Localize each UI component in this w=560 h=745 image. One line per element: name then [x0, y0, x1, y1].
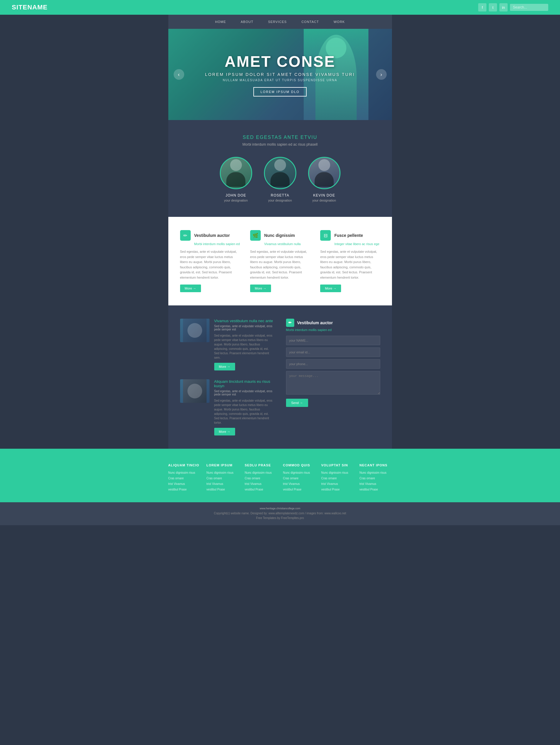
footer-col-5-link-2[interactable]: Cras ornare — [321, 477, 354, 480]
footer-col-3-link-4[interactable]: vestibul Prase — [245, 488, 277, 491]
footer-col-6-link-1[interactable]: Nunc dignissim risus — [360, 471, 392, 474]
contact-name-input[interactable] — [286, 336, 380, 345]
service-3-header: ⊟ Fusce pellente — [320, 230, 380, 241]
team-member-3-role: your designation — [312, 199, 336, 202]
avatar-kevin-doe — [308, 157, 340, 189]
contact-send-button[interactable]: Send → — [286, 399, 308, 407]
footer-col-5-link-1[interactable]: Nunc dignissim risus — [321, 471, 354, 474]
footer-col-1-link-3[interactable]: trist Vivamus — [168, 482, 201, 485]
footer-col-5-link-3[interactable]: trist Vivamus — [321, 482, 354, 485]
blog-post-2: Aliquam tincidunt mauris eu risus kuoyn … — [180, 379, 274, 435]
footer-col-2-link-2[interactable]: Cras ornare — [207, 477, 239, 480]
blog-post-1-content: Vivamus vestibulum nulla nec ante Sed eg… — [214, 319, 274, 370]
contact-email-input[interactable] — [286, 348, 380, 357]
service-2-header: 🌿 Nunc dignissim — [250, 230, 310, 241]
footer-links-section: ALIQUAM TINCIO Nunc dignissim risus Cras… — [0, 449, 560, 502]
footer-template-credit: Free Templates by FreeTempltes.pro — [12, 516, 548, 520]
nav-about[interactable]: ABOUT — [241, 20, 253, 24]
service-item-2: 🌿 Nunc dignissim Vivamus vestibulum null… — [250, 230, 310, 292]
team-member-2-role: your designation — [268, 199, 292, 202]
contact-tagline: Morbi interdum mollis sapien ed — [286, 328, 380, 332]
team-section: SED EGESTAS ANTE ETVIU Morbi interdum mo… — [168, 120, 392, 217]
service-3-more-button[interactable]: More → — [320, 285, 341, 292]
hero-subtitle: LOREM IPSUM DOLOR SIT AMET CONSE VIVAMUS… — [205, 72, 355, 77]
service-2-title: Nunc dignissim — [264, 233, 295, 238]
footer-col-4: COMMOD QUIS Nunc dignissim risus Cras or… — [283, 463, 315, 493]
footer-col-1-link-1[interactable]: Nunc dignissim risus — [168, 471, 201, 474]
footer-col-4-link-1[interactable]: Nunc dignissim risus — [283, 471, 315, 474]
hero-next-btn[interactable]: › — [376, 69, 387, 80]
service-2-more-button[interactable]: More → — [250, 285, 271, 292]
blog-post-1: Vivamus vestibulum nulla nec ante Sed eg… — [180, 319, 274, 370]
team-member-2: ROSETTA your designation — [264, 157, 296, 202]
team-member-1: JOHN DOE your designation — [220, 157, 252, 202]
footer-website-url: www.heritage.christiancollege.com — [12, 507, 548, 510]
blog-post-2-title: Aliquam tincidunt mauris eu risus kuoyn — [214, 379, 274, 388]
contact-area: ✏ Vestibulum auctor Morbi interdum molli… — [286, 319, 380, 435]
nav-work[interactable]: WORK — [334, 20, 345, 24]
hero-cta-button[interactable]: LOREM IPSUM DLO — [253, 87, 307, 97]
footer-col-2-link-3[interactable]: trist Vivamus — [207, 482, 239, 485]
footer-col-3-link-2[interactable]: Cras ornare — [245, 477, 277, 480]
nav-services[interactable]: SERVICES — [268, 20, 287, 24]
service-1-header: ✏ Vestibulum auctor — [180, 230, 240, 241]
service-1-text: Sed egestas, ante et vulputate volutpat,… — [180, 249, 240, 281]
footer-col-6-title: NECANT IPONS — [360, 463, 392, 467]
footer-col-6-link-2[interactable]: Cras ornare — [360, 477, 392, 480]
twitter-icon[interactable]: t — [489, 3, 497, 11]
footer-col-3-link-3[interactable]: trist Vivamus — [245, 482, 277, 485]
contact-title: ✏ Vestibulum auctor — [286, 319, 380, 327]
footer-col-6-link-3[interactable]: trist Vivamus — [360, 482, 392, 485]
footer-col-6-link-4[interactable]: vestibul Prase — [360, 488, 392, 491]
footer-grid: ALIQUAM TINCIO Nunc dignissim risus Cras… — [168, 463, 392, 493]
footer-col-1-link-2[interactable]: Cras ornare — [168, 477, 201, 480]
service-1-more-button[interactable]: More → — [180, 285, 201, 292]
footer-col-3-link-1[interactable]: Nunc dignissim risus — [245, 471, 277, 474]
service-3-text: Sed egestas, ante et vulputate volutpat,… — [320, 249, 380, 281]
footer-col-1-link-4[interactable]: vestibul Prase — [168, 488, 201, 491]
blog-area: Vivamus vestibulum nulla nec ante Sed eg… — [180, 319, 274, 435]
footer-copyright: Copyright(c) website name. Designed by: … — [12, 511, 548, 516]
hero-prev-btn[interactable]: ‹ — [174, 69, 184, 80]
team-member-3: KEVIN DOE your designation — [308, 157, 340, 202]
hero-sub2: NULLAM MALESUADA ERAT UT TURPIS SUSPENDI… — [205, 78, 355, 82]
footer-col-4-title: COMMOD QUIS — [283, 463, 315, 467]
team-member-3-name: KEVIN DOE — [313, 193, 335, 197]
service-1-title: Vestibulum auctor — [194, 233, 230, 238]
footer-col-2-link-4[interactable]: vestibul Prase — [207, 488, 239, 491]
top-search-input[interactable] — [510, 4, 548, 11]
contact-message-input[interactable] — [286, 371, 380, 395]
footer-col-4-link-2[interactable]: Cras ornare — [283, 477, 315, 480]
footer-col-5: VOLUPTAT SIN Nunc dignissim risus Cras o… — [321, 463, 354, 493]
linkedin-icon[interactable]: in — [499, 3, 508, 11]
blog-post-2-tagline: Sed egestas, ante et vulputate volutpat,… — [214, 390, 274, 396]
blog-post-1-more-button[interactable]: More → — [214, 363, 235, 370]
service-2-icon: 🌿 — [250, 230, 261, 241]
services-section: ✏ Vestibulum auctor Morbi interdum molli… — [168, 217, 392, 305]
footer-col-2: LOREM IPSUM Nunc dignissim risus Cras or… — [207, 463, 239, 493]
team-member-1-name: JOHN DOE — [225, 193, 246, 197]
team-member-2-name: ROSETTA — [271, 193, 289, 197]
blog-post-1-tagline: Sed egestas, ante et vulputate volutpat,… — [214, 325, 274, 331]
nav-contact[interactable]: CONTACT — [301, 20, 319, 24]
site-nav: HOME ABOUT SERVICES CONTACT WORK — [168, 15, 392, 29]
footer-col-4-link-3[interactable]: trist Vivamus — [283, 482, 315, 485]
service-2-text: Sed egestas, ante et vulputate volutpat,… — [250, 249, 310, 281]
service-3-icon: ⊟ — [320, 230, 331, 241]
footer-col-5-title: VOLUPTAT SIN — [321, 463, 354, 467]
footer-col-5-link-4[interactable]: vestibul Prase — [321, 488, 354, 491]
service-2-tagline: Vivamus vestibulum nulla — [250, 242, 310, 246]
footer-col-2-link-1[interactable]: Nunc dignissim risus — [207, 471, 239, 474]
blog-post-2-thumbnail — [180, 379, 210, 403]
blog-contact-section: Vivamus vestibulum nulla nec ante Sed eg… — [168, 305, 392, 449]
footer-bottom: www.heritage.christiancollege.com Copyri… — [0, 502, 560, 525]
contact-phone-input[interactable] — [286, 359, 380, 369]
team-section-title: SED EGESTAS ANTE ETVIU — [180, 135, 380, 140]
facebook-icon[interactable]: f — [478, 3, 487, 11]
blog-post-2-more-button[interactable]: More → — [214, 428, 235, 435]
blog-post-1-thumbnail — [180, 319, 210, 342]
service-1-tagline: Morbi interdum mollis sapien ed — [180, 242, 240, 246]
nav-home[interactable]: HOME — [215, 20, 226, 24]
footer-col-4-link-4[interactable]: vestibul Prase — [283, 488, 315, 491]
top-bar: SITENAME f t in — [0, 0, 560, 15]
